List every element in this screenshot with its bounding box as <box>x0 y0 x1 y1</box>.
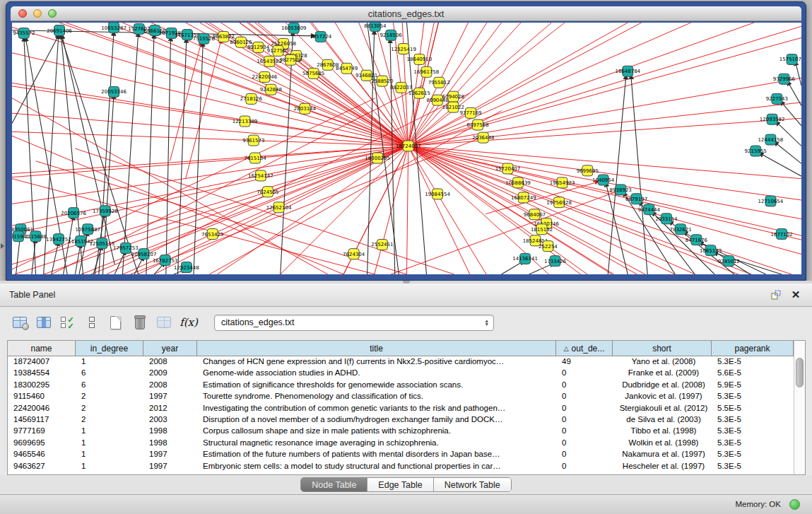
table-cell[interactable]: 9777169 <box>8 426 76 437</box>
table-cell[interactable]: 2009 <box>143 368 197 379</box>
panel-splitter[interactable] <box>0 281 812 284</box>
table-cell[interactable]: 22420046 <box>8 403 76 414</box>
panel-collapse-marker[interactable] <box>1 243 4 249</box>
table-cell[interactable]: Embryonic stem cells: a model to study s… <box>197 461 556 472</box>
new-column-button[interactable] <box>106 313 125 332</box>
table-cell[interactable]: 0 <box>556 461 613 472</box>
table-cell[interactable]: 1998 <box>143 426 197 437</box>
table-cell[interactable]: 2003 <box>143 414 197 426</box>
table-cell[interactable]: 1998 <box>143 438 197 449</box>
delete-column-button[interactable] <box>130 313 149 332</box>
table-cell[interactable]: 0 <box>556 414 613 426</box>
table-cell[interactable]: 5.3E-5 <box>712 449 794 460</box>
table-cell[interactable]: 18724007 <box>8 356 76 368</box>
table-cell[interactable]: Franke et al. (2009) <box>613 368 712 379</box>
column-header-short[interactable]: short <box>613 341 712 356</box>
delete-table-button[interactable] <box>154 313 173 332</box>
table-settings-button[interactable] <box>10 313 29 332</box>
table-cell[interactable]: 5.3E-5 <box>712 414 794 426</box>
network-canvas[interactable]: 9435572206914061065328715276026466160107… <box>12 23 801 274</box>
table-cell[interactable]: Tourette syndrome. Phenomenology and cla… <box>197 391 556 402</box>
table-cell[interactable]: 5.5E-5 <box>712 403 794 414</box>
table-cell[interactable]: 2 <box>76 403 143 414</box>
table-cell[interactable]: 5.3E-5 <box>712 461 794 472</box>
table-cell[interactable]: Estimation of significance thresholds fo… <box>197 380 556 391</box>
clear-selection-button[interactable] <box>82 313 101 332</box>
table-cell[interactable]: 5.3E-5 <box>712 426 794 437</box>
table-cell[interactable]: Changes of HCN gene expression and I(f) … <box>197 356 556 368</box>
table-cell[interactable]: 1 <box>76 426 143 437</box>
table-row[interactable]: 1830029562008Estimation of significance … <box>8 380 805 391</box>
table-cell[interactable]: 5.3E-5 <box>712 391 794 402</box>
scrollbar-thumb[interactable] <box>796 358 804 387</box>
tab-network-table[interactable]: Network Table <box>434 478 511 491</box>
table-cell[interactable]: 19384554 <box>8 368 76 379</box>
table-cell[interactable]: 2012 <box>143 403 197 414</box>
table-cell[interactable]: Investigating the contribution of common… <box>197 403 556 414</box>
table-cell[interactable]: Jankovic et al. (1997) <box>613 391 712 402</box>
table-scrollbar[interactable] <box>794 341 805 474</box>
table-cell[interactable]: 2 <box>76 391 143 402</box>
table-cell[interactable]: 9699695 <box>8 438 76 449</box>
table-cell[interactable]: 0 <box>556 426 613 437</box>
table-selector[interactable]: citations_edges.txt ▲▼ <box>214 315 494 331</box>
table-cell[interactable]: 9115460 <box>8 391 76 402</box>
table-cell[interactable]: 0 <box>556 391 613 402</box>
column-header-title[interactable]: title <box>197 341 556 356</box>
table-cell[interactable]: 1997 <box>143 391 197 402</box>
table-cell[interactable]: 6 <box>76 368 143 379</box>
table-cell[interactable]: 9465546 <box>8 449 76 460</box>
citation-network-graph[interactable]: 9435572206914061065328715276026466160107… <box>12 23 801 274</box>
table-cell[interactable]: 0 <box>556 449 613 460</box>
table-row[interactable]: 969969511998Structural magnetic resonanc… <box>8 438 805 449</box>
table-cell[interactable]: 0 <box>556 380 613 391</box>
table-cell[interactable]: Wolkin et al. (1998) <box>613 438 712 449</box>
table-cell[interactable]: 5.3E-5 <box>712 438 794 449</box>
tab-edge-table[interactable]: Edge Table <box>367 478 433 491</box>
table-cell[interactable]: 6 <box>76 380 143 391</box>
table-cell[interactable]: Hescheler et al. (1997) <box>613 461 712 472</box>
float-panel-icon[interactable] <box>769 288 783 301</box>
select-all-button[interactable]: ✓ ✓ <box>58 313 77 332</box>
table-cell[interactable]: Structural magnetic resonance image aver… <box>197 438 556 449</box>
function-builder-button[interactable]: f(x) <box>178 316 199 329</box>
table-cell[interactable]: 5.9E-5 <box>712 380 794 391</box>
table-row[interactable]: 2242004622012Investigating the contribut… <box>8 403 805 414</box>
table-row[interactable]: 1456911722003Disruption of a novel membe… <box>8 414 805 426</box>
table-row[interactable]: 946362711997Embryonic stem cells: a mode… <box>8 461 805 472</box>
table-cell[interactable]: 2008 <box>143 380 197 391</box>
table-row[interactable]: 977716911998Corpus callosum shape and si… <box>8 426 805 437</box>
table-row[interactable]: 911546021997Tourette syndrome. Phenomeno… <box>8 391 805 402</box>
table-cell[interactable]: 1 <box>76 449 143 460</box>
table-cell[interactable]: Genome-wide association studies in ADHD. <box>197 368 556 379</box>
table-cell[interactable]: 1 <box>76 461 143 472</box>
table-cell[interactable]: Yano et al. (2008) <box>613 356 712 368</box>
table-cell[interactable]: Corpus callosum shape and size in male p… <box>197 426 556 437</box>
table-row[interactable]: 1938455462009Genome-wide association stu… <box>8 368 805 379</box>
table-cell[interactable]: 9463627 <box>8 461 76 472</box>
table-cell[interactable]: 5.6E-5 <box>712 368 794 379</box>
table-cell[interactable]: Estimation of the future numbers of pati… <box>197 449 556 460</box>
table-cell[interactable]: 1 <box>76 438 143 449</box>
close-panel-icon[interactable]: ✕ <box>789 288 803 301</box>
table-cell[interactable]: Dudbridge et al. (2008) <box>613 380 712 391</box>
window-titlebar[interactable]: citations_edges.txt <box>11 6 801 21</box>
table-cell[interactable]: Stergiakouli et al. (2012) <box>613 403 712 414</box>
column-header-name[interactable]: name <box>8 341 76 356</box>
table-cell[interactable]: 14569117 <box>8 414 76 426</box>
table-cell[interactable]: de Silva et al. (2003) <box>613 414 712 426</box>
column-header-year[interactable]: year <box>143 341 197 356</box>
table-cell[interactable]: 2008 <box>143 356 197 368</box>
tab-node-table[interactable]: Node Table <box>301 478 367 491</box>
splitter-grip-icon[interactable] <box>403 281 410 284</box>
table-row[interactable]: 946554611997Estimation of the future num… <box>8 449 805 460</box>
column-header-in_degree[interactable]: in_degree <box>76 341 143 356</box>
table-row[interactable]: 1872400712008Changes of HCN gene express… <box>8 356 805 368</box>
table-cell[interactable]: Tibbo et al. (1998) <box>613 426 712 437</box>
table-cell[interactable]: 0 <box>556 438 613 449</box>
table-cell[interactable]: 2 <box>76 414 143 426</box>
table-cell[interactable]: Disruption of a novel member of a sodium… <box>197 414 556 426</box>
table-cell[interactable]: 18300295 <box>8 380 76 391</box>
table-cell[interactable]: Nakamura et al. (1997) <box>613 449 712 460</box>
table-cell[interactable]: 5.3E-5 <box>712 356 794 368</box>
